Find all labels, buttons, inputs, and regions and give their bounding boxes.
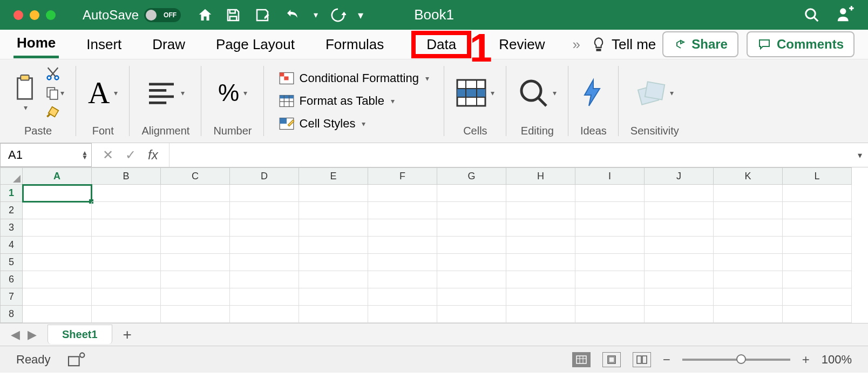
font-dropdown[interactable]: ▾ bbox=[114, 89, 118, 97]
cell-B1[interactable] bbox=[92, 185, 161, 202]
cell-I8[interactable] bbox=[575, 306, 645, 323]
repeat-icon[interactable] bbox=[330, 7, 346, 23]
col-header-D[interactable]: D bbox=[230, 167, 299, 185]
row-header-2[interactable]: 2 bbox=[0, 202, 23, 219]
tab-review[interactable]: Review bbox=[496, 32, 548, 57]
macro-record-icon[interactable] bbox=[67, 352, 85, 367]
cell-A3[interactable] bbox=[23, 219, 92, 237]
cell-H1[interactable] bbox=[506, 185, 575, 202]
format-as-table-button[interactable]: Format as Table▾ bbox=[279, 92, 395, 110]
cell-F2[interactable] bbox=[368, 202, 437, 219]
cell-H4[interactable] bbox=[506, 237, 575, 254]
cell-K5[interactable] bbox=[714, 254, 783, 271]
font-a-icon[interactable]: A bbox=[88, 76, 110, 110]
cell-A7[interactable] bbox=[23, 288, 92, 306]
cell-A6[interactable] bbox=[23, 271, 92, 288]
cell-E6[interactable] bbox=[299, 271, 368, 288]
cell-L6[interactable] bbox=[783, 271, 852, 288]
tab-home[interactable]: Home bbox=[13, 30, 59, 58]
cell-I5[interactable] bbox=[575, 254, 645, 271]
close-window-button[interactable] bbox=[13, 10, 23, 20]
col-header-H[interactable]: H bbox=[506, 167, 575, 185]
tab-draw[interactable]: Draw bbox=[149, 32, 188, 57]
cancel-formula-icon[interactable]: ✕ bbox=[103, 147, 113, 163]
cells-icon[interactable] bbox=[456, 79, 486, 107]
cell-A2[interactable] bbox=[23, 202, 92, 219]
cell-D8[interactable] bbox=[230, 306, 299, 323]
account-icon[interactable] bbox=[836, 6, 855, 24]
sheet-tab-sheet1[interactable]: Sheet1 bbox=[48, 325, 112, 344]
cell-L1[interactable] bbox=[783, 185, 852, 202]
cell-L8[interactable] bbox=[783, 306, 852, 323]
col-header-J[interactable]: J bbox=[645, 167, 714, 185]
cell-H5[interactable] bbox=[506, 254, 575, 271]
cell-J8[interactable] bbox=[645, 306, 714, 323]
tell-me[interactable]: Tell me bbox=[591, 36, 656, 53]
cell-K1[interactable] bbox=[714, 185, 783, 202]
cell-J6[interactable] bbox=[645, 271, 714, 288]
copy-icon[interactable] bbox=[45, 86, 59, 100]
cell-I2[interactable] bbox=[575, 202, 645, 219]
col-header-K[interactable]: K bbox=[714, 167, 783, 185]
row-header-1[interactable]: 1 bbox=[0, 185, 23, 202]
cell-D2[interactable] bbox=[230, 202, 299, 219]
cell-E4[interactable] bbox=[299, 237, 368, 254]
comments-button[interactable]: Comments bbox=[747, 31, 855, 57]
cell-I1[interactable] bbox=[575, 185, 645, 202]
tab-insert[interactable]: Insert bbox=[83, 32, 125, 57]
cell-C2[interactable] bbox=[161, 202, 230, 219]
cell-F4[interactable] bbox=[368, 237, 437, 254]
copy-dropdown[interactable]: ▾ bbox=[60, 89, 64, 97]
cell-E3[interactable] bbox=[299, 219, 368, 237]
cell-L3[interactable] bbox=[783, 219, 852, 237]
sensitivity-dropdown[interactable]: ▾ bbox=[670, 89, 674, 97]
cell-G7[interactable] bbox=[437, 288, 506, 306]
col-header-I[interactable]: I bbox=[575, 167, 645, 185]
cell-H2[interactable] bbox=[506, 202, 575, 219]
cell-H3[interactable] bbox=[506, 219, 575, 237]
search-icon[interactable] bbox=[804, 7, 820, 23]
cell-B5[interactable] bbox=[92, 254, 161, 271]
cell-C7[interactable] bbox=[161, 288, 230, 306]
format-painter-icon[interactable] bbox=[45, 104, 62, 119]
cell-K6[interactable] bbox=[714, 271, 783, 288]
cell-K4[interactable] bbox=[714, 237, 783, 254]
zoom-slider-thumb[interactable] bbox=[736, 354, 746, 364]
cell-J7[interactable] bbox=[645, 288, 714, 306]
cell-K7[interactable] bbox=[714, 288, 783, 306]
cell-I3[interactable] bbox=[575, 219, 645, 237]
row-header-4[interactable]: 4 bbox=[0, 237, 23, 254]
cell-B4[interactable] bbox=[92, 237, 161, 254]
name-box[interactable]: A1 ▲▼ bbox=[0, 143, 92, 167]
editing-icon[interactable] bbox=[518, 78, 548, 108]
save-icon[interactable] bbox=[225, 7, 241, 23]
qat-customize[interactable]: ▾ bbox=[358, 9, 363, 22]
cell-G3[interactable] bbox=[437, 219, 506, 237]
col-header-G[interactable]: G bbox=[437, 167, 506, 185]
cell-B8[interactable] bbox=[92, 306, 161, 323]
cell-E1[interactable] bbox=[299, 185, 368, 202]
cell-D7[interactable] bbox=[230, 288, 299, 306]
sheet-nav-prev[interactable]: ◀ bbox=[11, 328, 20, 342]
cell-G6[interactable] bbox=[437, 271, 506, 288]
cell-F8[interactable] bbox=[368, 306, 437, 323]
cell-L5[interactable] bbox=[783, 254, 852, 271]
cell-D5[interactable] bbox=[230, 254, 299, 271]
cell-D6[interactable] bbox=[230, 271, 299, 288]
formula-input[interactable] bbox=[169, 143, 852, 167]
alignment-icon[interactable] bbox=[146, 80, 177, 105]
cell-I4[interactable] bbox=[575, 237, 645, 254]
cell-B2[interactable] bbox=[92, 202, 161, 219]
name-box-spinner[interactable]: ▲▼ bbox=[82, 151, 88, 159]
number-dropdown[interactable]: ▾ bbox=[243, 89, 247, 97]
formula-bar-expand[interactable]: ▾ bbox=[852, 150, 868, 160]
row-header-7[interactable]: 7 bbox=[0, 288, 23, 306]
cell-C6[interactable] bbox=[161, 271, 230, 288]
sensitivity-icon[interactable] bbox=[635, 79, 666, 107]
cell-J2[interactable] bbox=[645, 202, 714, 219]
cell-I6[interactable] bbox=[575, 271, 645, 288]
cell-C4[interactable] bbox=[161, 237, 230, 254]
cell-E2[interactable] bbox=[299, 202, 368, 219]
editing-dropdown[interactable]: ▾ bbox=[553, 89, 557, 97]
cell-D1[interactable] bbox=[230, 185, 299, 202]
